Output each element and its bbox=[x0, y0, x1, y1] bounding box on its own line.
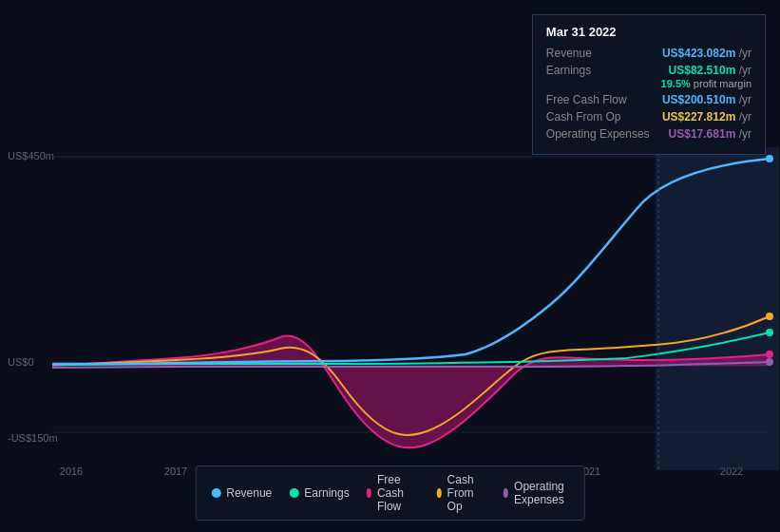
legend-dot-opex bbox=[504, 488, 508, 498]
legend-item-revenue: Revenue bbox=[211, 486, 272, 500]
tooltip-earnings-label: Earnings bbox=[546, 64, 591, 77]
tooltip-opex-row: Operating Expenses US$17.681m /yr bbox=[546, 127, 751, 141]
legend-label-fcf: Free Cash Flow bbox=[377, 473, 419, 513]
tooltip-cashop-row: Cash From Op US$227.812m /yr bbox=[546, 110, 751, 124]
legend: Revenue Earnings Free Cash Flow Cash Fro… bbox=[195, 466, 585, 521]
tooltip-margin-sub: 19.5% profit margin bbox=[546, 78, 751, 89]
tooltip-revenue-label: Revenue bbox=[546, 47, 592, 60]
tooltip-earnings-value: US$82.510m /yr bbox=[669, 64, 751, 77]
legend-item-cashop: Cash From Op bbox=[436, 473, 485, 513]
legend-label-earnings: Earnings bbox=[304, 486, 349, 500]
tooltip-fcf-value: US$200.510m /yr bbox=[662, 93, 751, 106]
legend-dot-earnings bbox=[289, 488, 298, 498]
tooltip-date: Mar 31 2022 bbox=[546, 25, 751, 39]
tooltip-cashop-label: Cash From Op bbox=[546, 110, 621, 124]
legend-item-earnings: Earnings bbox=[289, 486, 349, 500]
tooltip-fcf-row: Free Cash Flow US$200.510m /yr bbox=[546, 93, 751, 106]
legend-item-fcf: Free Cash Flow bbox=[367, 473, 420, 513]
legend-dot-cashop bbox=[436, 488, 441, 498]
legend-item-opex: Operating Expenses bbox=[504, 480, 569, 506]
svg-point-5 bbox=[766, 155, 773, 162]
tooltip-cashop-value: US$227.812m /yr bbox=[662, 110, 751, 124]
svg-point-7 bbox=[766, 351, 773, 358]
tooltip-fcf-label: Free Cash Flow bbox=[546, 93, 627, 106]
legend-label-revenue: Revenue bbox=[226, 486, 272, 500]
chart-svg bbox=[0, 147, 780, 470]
legend-label-opex: Operating Expenses bbox=[514, 480, 569, 506]
legend-dot-fcf bbox=[367, 488, 371, 498]
svg-point-6 bbox=[766, 313, 773, 320]
chart-container: Mar 31 2022 Revenue US$423.082m /yr Earn… bbox=[0, 0, 780, 532]
tooltip-panel: Mar 31 2022 Revenue US$423.082m /yr Earn… bbox=[532, 14, 766, 155]
tooltip-revenue-row: Revenue US$423.082m /yr bbox=[546, 47, 751, 60]
svg-rect-3 bbox=[656, 147, 779, 470]
tooltip-opex-value: US$17.681m /yr bbox=[669, 127, 751, 141]
legend-dot-revenue bbox=[211, 488, 220, 498]
tooltip-revenue-value: US$423.082m /yr bbox=[662, 47, 751, 60]
tooltip-earnings-row: Earnings US$82.510m /yr bbox=[546, 64, 751, 77]
legend-label-cashop: Cash From Op bbox=[447, 473, 486, 513]
tooltip-opex-label: Operating Expenses bbox=[546, 127, 650, 141]
svg-point-8 bbox=[766, 329, 773, 336]
svg-point-9 bbox=[766, 358, 773, 366]
